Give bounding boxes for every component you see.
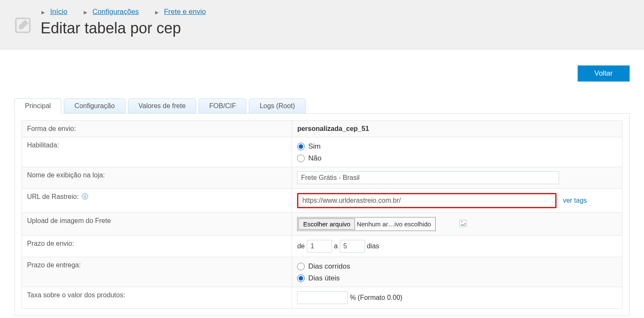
tab-configuracao[interactable]: Configuração bbox=[64, 98, 125, 114]
text-de: de bbox=[297, 242, 305, 250]
tab-principal[interactable]: Principal bbox=[14, 98, 61, 114]
label-prazo-entrega: Prazo de entrega: bbox=[22, 257, 292, 287]
text-taxa-formato: % (Formato 0.00) bbox=[350, 294, 402, 301]
value-forma-envio: personalizada_cep_51 bbox=[292, 121, 622, 137]
file-status-text: Nenhum ar…ivo escolhido bbox=[355, 220, 434, 228]
tab-fob-cif[interactable]: FOB/CIF bbox=[199, 98, 246, 114]
label-url-rastreio-text: URL de Rastreio: bbox=[27, 193, 79, 200]
info-icon[interactable]: i bbox=[82, 193, 88, 201]
input-url-rastreio[interactable] bbox=[299, 195, 555, 207]
choose-file-button[interactable]: Escolher arquivo bbox=[298, 218, 355, 230]
label-forma-envio: Forma de envio: bbox=[22, 121, 292, 137]
edit-page-icon bbox=[13, 16, 33, 36]
chevron-right-icon: ▶ bbox=[41, 10, 45, 15]
radio-dias-uteis[interactable] bbox=[297, 275, 305, 282]
svg-rect-3 bbox=[460, 220, 467, 227]
label-habilitada: Habilitada: bbox=[22, 137, 292, 167]
breadcrumb-link-frete[interactable]: Frete e envio bbox=[164, 8, 206, 16]
radio-habilitada-sim[interactable] bbox=[297, 143, 305, 150]
input-prazo-max[interactable] bbox=[340, 240, 365, 253]
chevron-right-icon: ▶ bbox=[155, 10, 158, 15]
tab-bar: Principal Configuração Valores de frete … bbox=[14, 98, 630, 114]
label-taxa-valor: Taxa sobre o valor dos produtos: bbox=[22, 287, 292, 309]
highlight-url-rastreio bbox=[297, 193, 557, 208]
text-a: a bbox=[334, 242, 338, 250]
radio-habilitada-nao[interactable] bbox=[297, 155, 305, 162]
radio-dias-corridos[interactable] bbox=[297, 263, 305, 270]
input-nome-exibicao[interactable] bbox=[297, 171, 559, 184]
breadcrumb-link-configuracoes[interactable]: Configurações bbox=[93, 8, 139, 16]
label-prazo-envio: Prazo de envio: bbox=[22, 236, 292, 257]
breadcrumb-link-inicio[interactable]: Início bbox=[50, 8, 68, 16]
voltar-button[interactable]: Voltar bbox=[578, 65, 630, 82]
input-prazo-min[interactable] bbox=[307, 240, 332, 253]
breadcrumb: ▶ Início ▶ Configurações ▶ Frete e envio bbox=[41, 8, 631, 16]
input-taxa-valor[interactable] bbox=[297, 291, 348, 304]
tab-logs[interactable]: Logs (Root) bbox=[249, 98, 306, 114]
broken-image-icon bbox=[459, 220, 467, 229]
link-ver-tags[interactable]: ver tags bbox=[563, 197, 587, 204]
radio-label-nao: Não bbox=[308, 154, 321, 163]
label-upload-imagem: Upload de imagem do Frete bbox=[22, 213, 292, 236]
radio-label-corridos: Dias corridos bbox=[308, 262, 350, 271]
label-nome-exibicao: Nome de exibição na loja: bbox=[22, 167, 292, 189]
tab-valores-frete[interactable]: Valores de frete bbox=[128, 98, 196, 114]
text-dias: dias bbox=[367, 242, 379, 250]
chevron-right-icon: ▶ bbox=[84, 10, 87, 15]
page-header: ▶ Início ▶ Configurações ▶ Frete e envio… bbox=[0, 0, 644, 49]
radio-label-uteis: Dias úteis bbox=[308, 274, 340, 283]
svg-text:i: i bbox=[84, 194, 85, 199]
label-url-rastreio: URL de Rastreio: i bbox=[22, 189, 292, 213]
radio-label-sim: Sim bbox=[308, 142, 320, 151]
form-panel: Forma de envio: personalizada_cep_51 Hab… bbox=[14, 113, 630, 316]
svg-point-5 bbox=[461, 221, 463, 222]
page-title: Editar tabela por cep bbox=[41, 19, 631, 37]
